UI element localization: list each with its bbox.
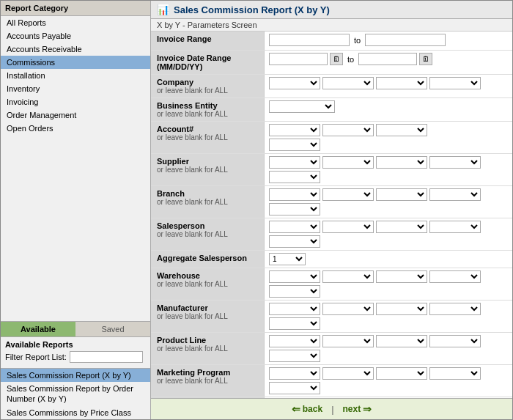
marketing-program-select-4[interactable] bbox=[429, 367, 481, 380]
branch-select-2[interactable] bbox=[322, 188, 374, 201]
warehouse-select-5[interactable] bbox=[269, 285, 320, 298]
branch-select-5[interactable] bbox=[269, 203, 320, 215]
product-line-select-4[interactable] bbox=[429, 335, 481, 347]
supplier-select-2[interactable] bbox=[322, 156, 374, 169]
branch-select-4[interactable] bbox=[429, 188, 481, 201]
param-control-aggregate-salesperson: 1 bbox=[265, 251, 512, 268]
nav-item-all-reports[interactable]: All Reports bbox=[1, 16, 150, 29]
param-label-aggregate-salesperson: Aggregate Salesperson bbox=[151, 251, 265, 268]
nav-item-accounts-receivable[interactable]: Accounts Receivable bbox=[1, 43, 150, 56]
invoice-date-from[interactable] bbox=[269, 53, 328, 65]
param-label-marketing-program: Marketing Program or leave blank for ALL bbox=[151, 365, 265, 397]
warehouse-select-2[interactable] bbox=[322, 270, 374, 283]
param-control-manufacturer bbox=[265, 301, 512, 332]
right-panel: 📊 Sales Commission Report (X by Y) X by … bbox=[151, 1, 512, 419]
param-warehouse: Warehouse or leave blank for ALL bbox=[151, 268, 512, 301]
tab-available[interactable]: Available bbox=[1, 322, 75, 336]
nav-item-installation[interactable]: Installation bbox=[1, 69, 150, 82]
business-entity-select[interactable] bbox=[269, 100, 335, 113]
supplier-select-5[interactable] bbox=[269, 171, 320, 183]
account-select-1[interactable] bbox=[269, 124, 320, 136]
next-button[interactable]: next ⇒ bbox=[343, 403, 372, 415]
invoice-date-to[interactable] bbox=[358, 53, 417, 65]
report-item-sales-commission-order[interactable]: Sales Commission Report by Order Number … bbox=[1, 382, 150, 406]
param-control-marketing-program bbox=[265, 365, 512, 397]
param-control-account bbox=[265, 122, 512, 153]
manufacturer-select-1[interactable] bbox=[269, 303, 320, 315]
account-select-2[interactable] bbox=[322, 124, 374, 136]
report-category-header: Report Category bbox=[1, 1, 150, 16]
salesperson-select-4[interactable] bbox=[429, 221, 481, 233]
company-select-3[interactable] bbox=[376, 77, 427, 89]
branch-select-3[interactable] bbox=[376, 188, 427, 201]
param-control-warehouse bbox=[265, 268, 512, 300]
report-item-sales-commission-xy[interactable]: Sales Commission Report (X by Y) bbox=[1, 369, 150, 382]
back-arrow-icon: ⇐ bbox=[292, 403, 300, 415]
calendar-from-button[interactable]: 🗓 bbox=[330, 53, 343, 65]
salesperson-select-2[interactable] bbox=[322, 221, 374, 233]
param-control-business-entity bbox=[265, 98, 512, 121]
supplier-select-4[interactable] bbox=[429, 156, 481, 169]
filter-report-input[interactable] bbox=[70, 351, 143, 363]
param-manufacturer: Manufacturer or leave blank for ALL bbox=[151, 301, 512, 333]
invoice-range-from[interactable] bbox=[269, 34, 350, 46]
warehouse-select-3[interactable] bbox=[376, 270, 427, 283]
param-salesperson: Salesperson or leave blank for ALL bbox=[151, 218, 512, 251]
supplier-select-3[interactable] bbox=[376, 156, 427, 169]
nav-item-inventory[interactable]: Inventory bbox=[1, 82, 150, 95]
report-subtitle: X by Y - Parameters Screen bbox=[151, 19, 512, 32]
product-line-select-3[interactable] bbox=[376, 335, 427, 347]
nav-item-commissions[interactable]: Commissions bbox=[1, 56, 150, 69]
param-control-invoice-date: 🗓 to 🗓 bbox=[265, 51, 512, 74]
account-select-4[interactable] bbox=[269, 139, 320, 151]
salesperson-select-5[interactable] bbox=[269, 235, 320, 248]
manufacturer-select-4[interactable] bbox=[429, 303, 481, 315]
account-select-3[interactable] bbox=[376, 124, 427, 136]
nav-item-accounts-payable[interactable]: Accounts Payable bbox=[1, 29, 150, 43]
manufacturer-select-2[interactable] bbox=[322, 303, 374, 315]
marketing-program-select-5[interactable] bbox=[269, 382, 320, 394]
form-scroll[interactable]: Invoice Range to Invoice Date Range (MM/… bbox=[151, 32, 512, 398]
tab-saved[interactable]: Saved bbox=[75, 322, 150, 336]
nav-item-open-orders[interactable]: Open Orders bbox=[1, 122, 150, 135]
nav-item-order-management[interactable]: Order Management bbox=[1, 108, 150, 122]
salesperson-select-1[interactable] bbox=[269, 221, 320, 233]
invoice-range-to[interactable] bbox=[365, 34, 446, 46]
param-label-business-entity: Business Entity or leave blank for ALL bbox=[151, 98, 265, 121]
report-title-bar: 📊 Sales Commission Report (X by Y) bbox=[151, 1, 512, 19]
marketing-program-select-2[interactable] bbox=[322, 367, 374, 380]
marketing-program-select-3[interactable] bbox=[376, 367, 427, 380]
marketing-program-select-1[interactable] bbox=[269, 367, 320, 380]
param-control-branch bbox=[265, 186, 512, 218]
param-branch: Branch or leave blank for ALL bbox=[151, 186, 512, 218]
manufacturer-select-5[interactable] bbox=[269, 317, 320, 330]
branch-select-1[interactable] bbox=[269, 188, 320, 201]
tabs-row: Available Saved bbox=[1, 321, 150, 337]
param-label-company: Company or leave blank for ALL bbox=[151, 75, 265, 97]
supplier-select-1[interactable] bbox=[269, 156, 320, 169]
back-button[interactable]: ⇐ back bbox=[292, 403, 322, 415]
back-label: back bbox=[303, 404, 322, 414]
company-select-4[interactable] bbox=[429, 77, 481, 89]
company-select-2[interactable] bbox=[322, 77, 374, 89]
aggregate-salesperson-select[interactable]: 1 bbox=[269, 253, 306, 265]
manufacturer-select-3[interactable] bbox=[376, 303, 427, 315]
separator: | bbox=[331, 404, 333, 415]
left-panel: Report Category All Reports Accounts Pay… bbox=[1, 1, 151, 419]
param-label-account: Account# or leave blank for ALL bbox=[151, 122, 265, 153]
param-product-line: Product Line or leave blank for ALL bbox=[151, 333, 512, 365]
calendar-to-button[interactable]: 🗓 bbox=[419, 53, 432, 65]
product-line-select-2[interactable] bbox=[322, 335, 374, 347]
param-control-salesperson bbox=[265, 218, 512, 250]
param-label-supplier: Supplier or leave blank for ALL bbox=[151, 154, 265, 185]
warehouse-select-4[interactable] bbox=[429, 270, 481, 283]
product-line-select-1[interactable] bbox=[269, 335, 320, 347]
product-line-select-5[interactable] bbox=[269, 350, 320, 362]
nav-list: All Reports Accounts Payable Accounts Re… bbox=[1, 16, 150, 321]
company-select-1[interactable] bbox=[269, 77, 320, 89]
nav-item-invoicing[interactable]: Invoicing bbox=[1, 95, 150, 108]
report-item-sales-commission-price[interactable]: Sales Commissions by Price Class bbox=[1, 406, 150, 419]
warehouse-select-1[interactable] bbox=[269, 270, 320, 283]
salesperson-select-3[interactable] bbox=[376, 221, 427, 233]
reports-list: Sales Commission Report (X by Y) Sales C… bbox=[1, 369, 150, 419]
